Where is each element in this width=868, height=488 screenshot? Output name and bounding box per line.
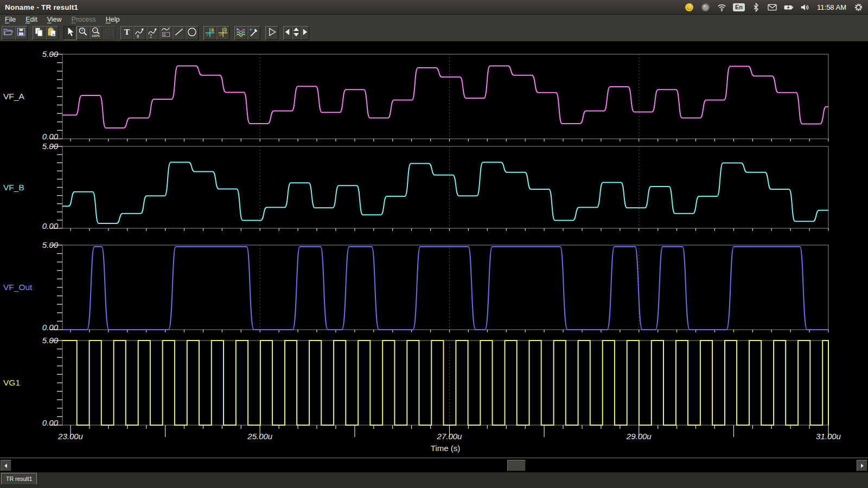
left-arrow-icon bbox=[3, 463, 9, 468]
line-tool-button[interactable] bbox=[173, 26, 186, 40]
right-arrow-icon bbox=[859, 463, 865, 468]
legend-tool-button[interactable] bbox=[159, 26, 173, 40]
tab-bar: TR result1 bbox=[0, 472, 868, 488]
svg-text:+: + bbox=[81, 28, 84, 33]
panel-frame-VF_Out bbox=[62, 245, 828, 330]
zoom-in-icon: + bbox=[78, 26, 88, 40]
x-tick-label: 31.00u bbox=[816, 432, 841, 441]
panel-frame-VF_B bbox=[62, 146, 828, 228]
save-file-button[interactable] bbox=[15, 26, 28, 40]
application-window: Noname - TR result1 En11:58 AM FileEditV… bbox=[0, 0, 868, 488]
x-tick-label: 25.00u bbox=[247, 432, 273, 441]
menu-edit[interactable]: Edit bbox=[21, 16, 42, 23]
toolbar-group bbox=[2, 26, 28, 40]
svg-text:+: + bbox=[236, 26, 239, 31]
menu-view[interactable]: View bbox=[42, 16, 67, 23]
legend-tool-icon bbox=[161, 26, 171, 40]
clock[interactable]: 11:58 AM bbox=[817, 3, 846, 11]
zoom-100-icon: -100% bbox=[91, 26, 101, 40]
select-cursor-button[interactable] bbox=[63, 26, 76, 40]
toolbar-group bbox=[33, 26, 59, 40]
wifi-icon[interactable] bbox=[717, 2, 727, 12]
menu-help[interactable]: Help bbox=[101, 16, 125, 23]
grid-button[interactable] bbox=[103, 26, 116, 40]
curve-marker-b-button[interactable]: ? bbox=[146, 26, 159, 40]
open-file-button[interactable] bbox=[2, 26, 15, 40]
y-min-label: 0.00 bbox=[42, 132, 59, 141]
session-gear-icon[interactable] bbox=[853, 2, 864, 12]
title-bar: Noname - TR result1 En11:58 AM bbox=[0, 0, 868, 15]
zoom-in-button[interactable]: + bbox=[76, 26, 90, 40]
ellipse-tool-icon bbox=[187, 26, 197, 40]
trace-label-VG1: VG1 bbox=[3, 378, 20, 387]
text-tool-icon: T bbox=[122, 26, 132, 40]
curve-marker-a-icon: a bbox=[135, 26, 145, 40]
axis-b-icon: b bbox=[218, 26, 228, 40]
toolbar-group: ab bbox=[203, 26, 229, 40]
paste-button[interactable] bbox=[46, 26, 59, 40]
scrollbar-thumb[interactable] bbox=[507, 460, 526, 471]
y-max-label: 5.00 bbox=[42, 49, 59, 59]
x-tick-label: 23.00u bbox=[58, 432, 84, 441]
bluetooth-icon[interactable] bbox=[751, 2, 761, 12]
battery-icon[interactable] bbox=[783, 2, 794, 12]
x-tick-label: 27.00u bbox=[437, 432, 463, 441]
axis-a-button[interactable]: a bbox=[203, 26, 216, 40]
ellipse-tool-button[interactable] bbox=[186, 26, 199, 40]
add-curves-button[interactable]: + bbox=[234, 26, 247, 40]
window-title: Noname - TR result1 bbox=[5, 3, 78, 11]
svg-text:T: T bbox=[124, 28, 130, 36]
zoom-100-button[interactable]: -100% bbox=[90, 26, 103, 40]
svg-text:b: b bbox=[225, 26, 227, 31]
panel-frame-VG1 bbox=[62, 341, 828, 425]
grid-icon bbox=[104, 26, 114, 40]
toolbar: +-100%Ta?ab++ bbox=[0, 24, 868, 41]
open-file-icon bbox=[3, 26, 14, 40]
copy-icon bbox=[34, 26, 44, 40]
svg-text:+: + bbox=[250, 27, 252, 33]
copy-button[interactable] bbox=[33, 26, 46, 40]
app-yellow-icon[interactable] bbox=[684, 2, 694, 12]
select-cursor-icon bbox=[65, 26, 75, 40]
scroll-right-button[interactable] bbox=[301, 26, 309, 40]
system-tray: En11:58 AM bbox=[684, 2, 868, 12]
axis-b-button[interactable]: b bbox=[216, 26, 229, 40]
x-axis-title: Time (s) bbox=[431, 444, 460, 453]
scrollbar-right-button[interactable] bbox=[857, 460, 867, 471]
trace-VF_A bbox=[62, 66, 828, 129]
line-tool-icon bbox=[174, 26, 184, 40]
y-max-label: 5.00 bbox=[42, 142, 59, 151]
paste-icon bbox=[47, 26, 58, 40]
waveform-chart: 5.000.00VF_A5.000.00VF_B5.000.00VF_Out5.… bbox=[0, 41, 868, 458]
run-button[interactable] bbox=[265, 26, 278, 40]
probe-tool-button[interactable]: + bbox=[247, 26, 260, 40]
menu-process[interactable]: Process bbox=[67, 16, 101, 23]
save-file-icon bbox=[16, 26, 27, 40]
toolbar-group: ++ bbox=[234, 26, 260, 40]
trace-label-VF_Out: VF_Out bbox=[3, 282, 33, 292]
scroll-right-icon bbox=[299, 26, 310, 40]
mail-icon[interactable] bbox=[767, 2, 777, 12]
curve-marker-a-button[interactable]: a bbox=[133, 26, 146, 40]
svg-text:-: - bbox=[94, 27, 96, 33]
waveform-plot-area[interactable]: 5.000.00VF_A5.000.00VF_B5.000.00VF_Out5.… bbox=[0, 41, 868, 458]
y-min-label: 0.00 bbox=[42, 323, 59, 332]
trace-label-VF_A: VF_A bbox=[3, 92, 24, 101]
svg-text:100%: 100% bbox=[92, 34, 100, 37]
scrollbar-left-button[interactable] bbox=[1, 460, 11, 471]
svg-text:a: a bbox=[137, 34, 139, 37]
app-sphere-icon[interactable] bbox=[700, 2, 711, 12]
toolbar-group bbox=[283, 26, 309, 40]
trace-VF_Out bbox=[62, 247, 828, 330]
text-tool-button[interactable]: T bbox=[120, 26, 133, 40]
trace-VG1 bbox=[62, 341, 828, 425]
menu-file[interactable]: File bbox=[0, 16, 21, 23]
keyboard-layout-indicator[interactable]: En bbox=[733, 3, 745, 11]
curve-marker-b-icon: ? bbox=[148, 26, 158, 40]
y-min-label: 0.00 bbox=[42, 221, 59, 230]
horizontal-scrollbar[interactable] bbox=[0, 458, 868, 472]
x-tick-label: 29.00u bbox=[626, 432, 652, 441]
volume-icon[interactable] bbox=[800, 2, 810, 12]
tab-tr-result1[interactable]: TR result1 bbox=[1, 473, 37, 484]
svg-text:a: a bbox=[212, 26, 214, 31]
